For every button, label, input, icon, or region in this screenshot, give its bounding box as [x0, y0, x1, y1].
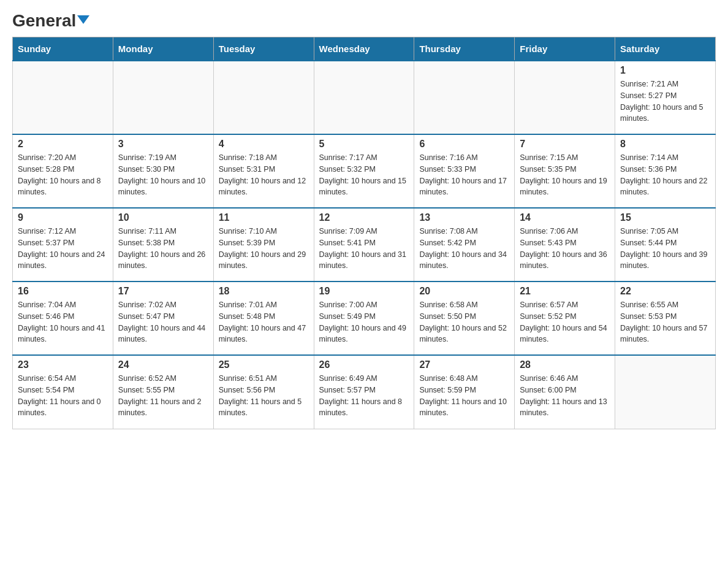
calendar-cell: 4Sunrise: 7:18 AM Sunset: 5:31 PM Daylig… [213, 134, 314, 208]
calendar-week-row: 1Sunrise: 7:21 AM Sunset: 5:27 PM Daylig… [13, 61, 716, 134]
day-number: 20 [419, 286, 509, 297]
calendar-week-row: 9Sunrise: 7:12 AM Sunset: 5:37 PM Daylig… [13, 208, 716, 282]
page-header: General [12, 12, 716, 31]
calendar-cell: 24Sunrise: 6:52 AM Sunset: 5:55 PM Dayli… [113, 355, 213, 429]
calendar-cell [615, 355, 716, 429]
day-number: 23 [18, 359, 108, 370]
calendar-cell: 11Sunrise: 7:10 AM Sunset: 5:39 PM Dayli… [213, 208, 314, 282]
calendar-cell: 15Sunrise: 7:05 AM Sunset: 5:44 PM Dayli… [615, 208, 716, 282]
day-number: 17 [118, 286, 208, 297]
day-info: Sunrise: 7:10 AM Sunset: 5:39 PM Dayligh… [219, 226, 309, 272]
calendar-cell: 12Sunrise: 7:09 AM Sunset: 5:41 PM Dayli… [314, 208, 414, 282]
calendar-cell: 22Sunrise: 6:55 AM Sunset: 5:53 PM Dayli… [615, 282, 716, 355]
day-info: Sunrise: 7:05 AM Sunset: 5:44 PM Dayligh… [620, 226, 710, 272]
calendar-cell: 25Sunrise: 6:51 AM Sunset: 5:56 PM Dayli… [213, 355, 314, 429]
calendar-cell: 26Sunrise: 6:49 AM Sunset: 5:57 PM Dayli… [314, 355, 414, 429]
calendar-cell: 9Sunrise: 7:12 AM Sunset: 5:37 PM Daylig… [13, 208, 113, 282]
day-info: Sunrise: 6:54 AM Sunset: 5:54 PM Dayligh… [18, 373, 108, 419]
calendar-cell [314, 61, 414, 134]
day-number: 24 [118, 359, 208, 370]
day-info: Sunrise: 7:16 AM Sunset: 5:33 PM Dayligh… [419, 152, 509, 198]
calendar-cell: 28Sunrise: 6:46 AM Sunset: 6:00 PM Dayli… [515, 355, 615, 429]
calendar-cell: 19Sunrise: 7:00 AM Sunset: 5:49 PM Dayli… [314, 282, 414, 355]
day-info: Sunrise: 6:49 AM Sunset: 5:57 PM Dayligh… [319, 373, 409, 419]
calendar-cell: 1Sunrise: 7:21 AM Sunset: 5:27 PM Daylig… [615, 61, 716, 134]
day-number: 10 [118, 212, 208, 223]
calendar-cell: 8Sunrise: 7:14 AM Sunset: 5:36 PM Daylig… [615, 134, 716, 208]
logo-triangle-icon [77, 15, 89, 24]
day-info: Sunrise: 7:20 AM Sunset: 5:28 PM Dayligh… [18, 152, 108, 198]
day-info: Sunrise: 7:11 AM Sunset: 5:38 PM Dayligh… [118, 226, 208, 272]
logo: General [12, 12, 89, 31]
day-number: 25 [219, 359, 309, 370]
day-info: Sunrise: 7:18 AM Sunset: 5:31 PM Dayligh… [219, 152, 309, 198]
calendar-cell [213, 61, 314, 134]
day-number: 5 [319, 139, 409, 150]
day-info: Sunrise: 7:01 AM Sunset: 5:48 PM Dayligh… [219, 299, 309, 345]
day-number: 4 [219, 139, 309, 150]
calendar-cell: 17Sunrise: 7:02 AM Sunset: 5:47 PM Dayli… [113, 282, 213, 355]
day-number: 1 [620, 65, 710, 76]
day-number: 22 [620, 286, 710, 297]
day-number: 21 [520, 286, 610, 297]
day-number: 9 [18, 212, 108, 223]
day-info: Sunrise: 7:08 AM Sunset: 5:42 PM Dayligh… [419, 226, 509, 272]
day-info: Sunrise: 7:15 AM Sunset: 5:35 PM Dayligh… [520, 152, 610, 198]
day-info: Sunrise: 6:51 AM Sunset: 5:56 PM Dayligh… [219, 373, 309, 419]
calendar-cell: 7Sunrise: 7:15 AM Sunset: 5:35 PM Daylig… [515, 134, 615, 208]
day-info: Sunrise: 7:06 AM Sunset: 5:43 PM Dayligh… [520, 226, 610, 272]
day-info: Sunrise: 7:02 AM Sunset: 5:47 PM Dayligh… [118, 299, 208, 345]
day-info: Sunrise: 6:58 AM Sunset: 5:50 PM Dayligh… [419, 299, 509, 345]
day-info: Sunrise: 7:21 AM Sunset: 5:27 PM Dayligh… [620, 79, 710, 124]
calendar-header-row: SundayMondayTuesdayWednesdayThursdayFrid… [13, 37, 716, 61]
calendar-table: SundayMondayTuesdayWednesdayThursdayFrid… [12, 37, 716, 429]
day-info: Sunrise: 7:00 AM Sunset: 5:49 PM Dayligh… [319, 299, 409, 345]
day-number: 19 [319, 286, 409, 297]
calendar-cell: 16Sunrise: 7:04 AM Sunset: 5:46 PM Dayli… [13, 282, 113, 355]
day-number: 26 [319, 359, 409, 370]
day-number: 28 [520, 359, 610, 370]
calendar-cell: 2Sunrise: 7:20 AM Sunset: 5:28 PM Daylig… [13, 134, 113, 208]
calendar-week-row: 23Sunrise: 6:54 AM Sunset: 5:54 PM Dayli… [13, 355, 716, 429]
day-number: 13 [419, 212, 509, 223]
day-info: Sunrise: 7:19 AM Sunset: 5:30 PM Dayligh… [118, 152, 208, 198]
day-number: 6 [419, 139, 509, 150]
day-info: Sunrise: 7:17 AM Sunset: 5:32 PM Dayligh… [319, 152, 409, 198]
calendar-cell: 13Sunrise: 7:08 AM Sunset: 5:42 PM Dayli… [414, 208, 515, 282]
day-header-sunday: Sunday [13, 37, 113, 61]
day-info: Sunrise: 6:52 AM Sunset: 5:55 PM Dayligh… [118, 373, 208, 419]
day-info: Sunrise: 6:46 AM Sunset: 6:00 PM Dayligh… [520, 373, 610, 419]
day-info: Sunrise: 6:48 AM Sunset: 5:59 PM Dayligh… [419, 373, 509, 419]
calendar-cell: 10Sunrise: 7:11 AM Sunset: 5:38 PM Dayli… [113, 208, 213, 282]
calendar-cell: 21Sunrise: 6:57 AM Sunset: 5:52 PM Dayli… [515, 282, 615, 355]
calendar-cell: 18Sunrise: 7:01 AM Sunset: 5:48 PM Dayli… [213, 282, 314, 355]
day-header-saturday: Saturday [615, 37, 716, 61]
logo-general-text: General [12, 12, 89, 29]
day-header-wednesday: Wednesday [314, 37, 414, 61]
calendar-cell: 3Sunrise: 7:19 AM Sunset: 5:30 PM Daylig… [113, 134, 213, 208]
calendar-cell: 14Sunrise: 7:06 AM Sunset: 5:43 PM Dayli… [515, 208, 615, 282]
calendar-cell: 27Sunrise: 6:48 AM Sunset: 5:59 PM Dayli… [414, 355, 515, 429]
day-header-monday: Monday [113, 37, 213, 61]
day-number: 16 [18, 286, 108, 297]
calendar-cell [515, 61, 615, 134]
day-info: Sunrise: 6:55 AM Sunset: 5:53 PM Dayligh… [620, 299, 710, 345]
day-number: 8 [620, 139, 710, 150]
day-number: 7 [520, 139, 610, 150]
day-number: 27 [419, 359, 509, 370]
day-header-friday: Friday [515, 37, 615, 61]
calendar-week-row: 16Sunrise: 7:04 AM Sunset: 5:46 PM Dayli… [13, 282, 716, 355]
calendar-cell: 6Sunrise: 7:16 AM Sunset: 5:33 PM Daylig… [414, 134, 515, 208]
calendar-cell: 23Sunrise: 6:54 AM Sunset: 5:54 PM Dayli… [13, 355, 113, 429]
calendar-cell [414, 61, 515, 134]
calendar-cell: 5Sunrise: 7:17 AM Sunset: 5:32 PM Daylig… [314, 134, 414, 208]
day-number: 14 [520, 212, 610, 223]
day-info: Sunrise: 7:12 AM Sunset: 5:37 PM Dayligh… [18, 226, 108, 272]
calendar-cell [113, 61, 213, 134]
day-info: Sunrise: 7:04 AM Sunset: 5:46 PM Dayligh… [18, 299, 108, 345]
day-info: Sunrise: 7:14 AM Sunset: 5:36 PM Dayligh… [620, 152, 710, 198]
calendar-cell: 20Sunrise: 6:58 AM Sunset: 5:50 PM Dayli… [414, 282, 515, 355]
day-number: 12 [319, 212, 409, 223]
day-number: 2 [18, 139, 108, 150]
day-number: 18 [219, 286, 309, 297]
